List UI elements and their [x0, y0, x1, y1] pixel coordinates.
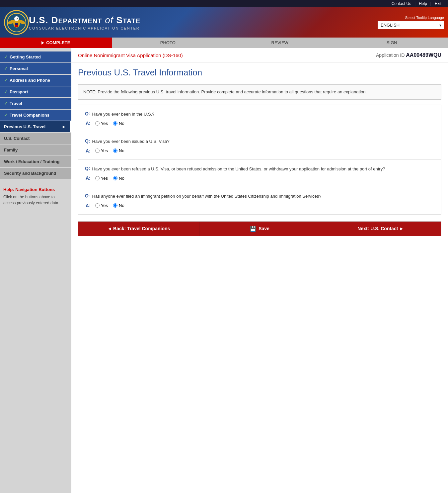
tab-photo[interactable]: PHOTO: [112, 38, 224, 48]
answer-2-line: A: Yes No: [86, 148, 434, 153]
a1-label: A:: [86, 121, 91, 126]
help-title: Help: Navigation Buttons: [3, 187, 68, 192]
q1-no-radio[interactable]: [113, 121, 117, 126]
tab-review[interactable]: REVIEW: [224, 38, 336, 48]
language-select-wrapper[interactable]: ENGLISH: [378, 21, 444, 29]
sidebar-item-us-contact[interactable]: U.S. Contact: [0, 133, 71, 144]
sidebar-item-work-education[interactable]: Work / Education / Training: [0, 156, 71, 167]
svg-point-5: [17, 18, 18, 19]
sidebar-item-getting-started[interactable]: ✓ Getting Started: [0, 51, 71, 62]
main-layout: ✓ Getting Started ✓ Personal ✓ Address a…: [0, 48, 448, 493]
q2-text: Have you ever been issued a U.S. Visa?: [92, 138, 170, 145]
q1-text: Have you ever been in the U.S.?: [92, 111, 155, 118]
q2-label: Q:: [85, 138, 90, 144]
check-icon: ✓: [4, 101, 8, 106]
sub-title: CONSULAR ELECTRONIC APPLICATION CENTER: [29, 26, 378, 30]
top-bar: Contact Us | Help | Exit: [0, 0, 448, 7]
q3-label: Q:: [85, 166, 90, 171]
q2-yes-radio[interactable]: [95, 148, 100, 153]
q2-no-radio[interactable]: [113, 148, 117, 153]
q3-no-radio[interactable]: [113, 176, 117, 180]
department-seal: [4, 10, 29, 35]
check-icon: ✓: [4, 66, 8, 71]
sidebar-item-travel[interactable]: ✓ Travel: [0, 98, 71, 109]
sidebar-item-personal[interactable]: ✓ Personal: [0, 63, 71, 74]
q3-yes-option[interactable]: Yes: [95, 176, 108, 181]
next-button[interactable]: Next: U.S. Contact ►: [320, 222, 441, 236]
check-icon: ✓: [4, 113, 8, 118]
check-icon: ✓: [4, 54, 8, 59]
question-4-line: Q: Has anyone ever filed an immigrant pe…: [85, 193, 434, 200]
q4-no-option[interactable]: No: [113, 203, 124, 208]
question-3-line: Q: Have you ever been refused a U.S. Vis…: [85, 166, 434, 172]
sidebar-item-family[interactable]: Family: [0, 145, 71, 155]
note-box: NOTE: Provide the following previous U.S…: [78, 84, 441, 100]
bottom-nav: ◄ Back: Travel Companions 💾 Save Next: U…: [78, 221, 441, 236]
sidebar-item-security-background[interactable]: Security and Background: [0, 168, 71, 179]
question-1-line: Q: Have you ever been in the U.S.?: [85, 111, 434, 118]
save-icon: 💾: [250, 226, 257, 232]
app-header: Online Nonimmigrant Visa Application (DS…: [71, 48, 448, 62]
q4-text: Has anyone ever filed an immigrant petit…: [92, 193, 322, 200]
q1-yes-option[interactable]: Yes: [95, 121, 108, 126]
a4-label: A:: [86, 203, 91, 208]
q1-no-option[interactable]: No: [113, 121, 124, 126]
back-button[interactable]: ◄ Back: Travel Companions: [78, 222, 199, 236]
answer-4-line: A: Yes No: [86, 203, 434, 208]
nav-tabs: COMPLETE PHOTO REVIEW SIGN: [0, 38, 448, 48]
tooltip-selector: Select Tooltip Language ENGLISH: [378, 16, 444, 29]
application-id: Application ID AA00489WQU: [376, 52, 441, 58]
application-title: Online Nonimmigrant Visa Application (DS…: [78, 52, 183, 58]
exit-link[interactable]: Exit: [431, 1, 445, 6]
check-icon: ✓: [4, 89, 8, 94]
question-2-block: Q: Have you ever been issued a U.S. Visa…: [78, 132, 441, 160]
q3-no-option[interactable]: No: [113, 176, 124, 181]
answer-3-line: A: Yes No: [86, 175, 434, 181]
department-name: U.S. Department of State: [29, 15, 378, 26]
q3-text: Have you ever been refused a U.S. Visa, …: [92, 166, 385, 172]
q4-label: Q:: [85, 193, 90, 198]
q2-yes-option[interactable]: Yes: [95, 148, 108, 153]
note-text: NOTE: Provide the following previous U.S…: [83, 89, 367, 94]
question-3-block: Q: Have you ever been refused a U.S. Vis…: [78, 160, 441, 187]
sidebar-item-travel-companions[interactable]: ✓ Travel Companions: [0, 110, 71, 121]
a2-label: A:: [86, 148, 91, 153]
header-title: U.S. Department of State CONSULAR ELECTR…: [29, 15, 378, 30]
save-button[interactable]: 💾 Save: [199, 222, 321, 236]
sidebar-help: Help: Navigation Buttons Click on the bu…: [0, 182, 71, 211]
language-select[interactable]: ENGLISH: [378, 21, 444, 29]
sidebar-item-previous-us-travel[interactable]: Previous U.S. Travel ►: [0, 121, 71, 132]
save-label: Save: [259, 226, 269, 231]
page-title: Previous U.S. Travel Information: [71, 62, 448, 81]
tab-sign[interactable]: SIGN: [336, 38, 448, 48]
q4-yes-option[interactable]: Yes: [95, 203, 108, 208]
help-text: Click on the buttons above to access pre…: [3, 194, 68, 206]
arrow-icon: ►: [62, 124, 66, 129]
a3-label: A:: [86, 175, 91, 181]
app-id-value: AA00489WQU: [406, 52, 441, 58]
help-link[interactable]: Help: [415, 1, 430, 6]
sidebar: ✓ Getting Started ✓ Personal ✓ Address a…: [0, 48, 71, 493]
q1-yes-radio[interactable]: [95, 121, 100, 126]
sidebar-item-passport[interactable]: ✓ Passport: [0, 86, 71, 97]
q3-yes-radio[interactable]: [95, 176, 100, 180]
q4-yes-radio[interactable]: [95, 203, 100, 208]
tooltip-label: Select Tooltip Language: [378, 16, 444, 20]
answer-1-line: A: Yes No: [86, 121, 434, 126]
tab-complete[interactable]: COMPLETE: [0, 38, 112, 48]
header: U.S. Department of State CONSULAR ELECTR…: [0, 7, 448, 38]
q1-label: Q:: [85, 111, 90, 116]
q2-no-option[interactable]: No: [113, 148, 124, 153]
sidebar-item-address-phone[interactable]: ✓ Address and Phone: [0, 75, 71, 86]
check-icon: ✓: [4, 78, 8, 83]
question-2-line: Q: Have you ever been issued a U.S. Visa…: [85, 138, 434, 145]
svg-rect-8: [15, 23, 18, 25]
question-4-block: Q: Has anyone ever filed an immigrant pe…: [78, 187, 441, 214]
question-1-block: Q: Have you ever been in the U.S.? A: Ye…: [78, 105, 441, 133]
contact-us-link[interactable]: Contact Us: [388, 1, 414, 6]
content-area: Online Nonimmigrant Visa Application (DS…: [71, 48, 448, 493]
q4-no-radio[interactable]: [113, 203, 117, 208]
questions-container: Q: Have you ever been in the U.S.? A: Ye…: [78, 105, 441, 215]
